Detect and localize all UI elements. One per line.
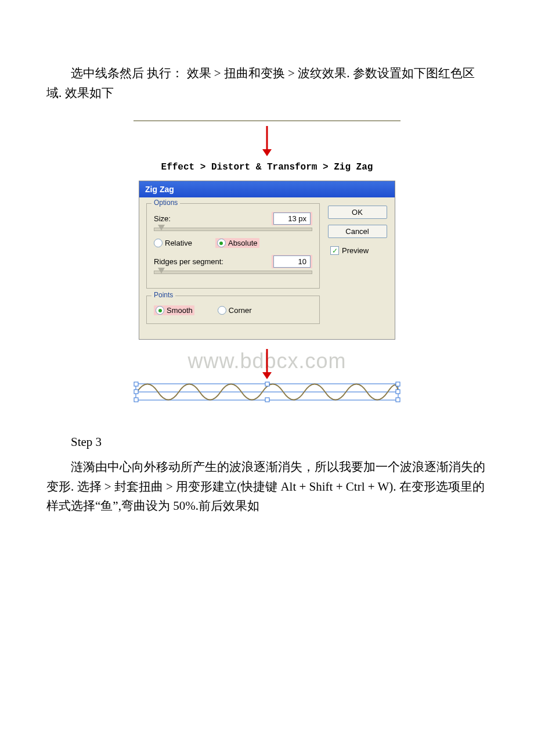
zigzag-dialog: Zig Zag Options Size: 13 px — [139, 181, 395, 340]
intro-paragraph: 选中线条然后 执行： 效果 > 扭曲和变换 > 波纹效果. 参数设置如下图红色区… — [46, 64, 488, 103]
preview-checkbox[interactable]: ✓ — [330, 246, 339, 255]
smooth-radio[interactable] — [156, 306, 164, 315]
svg-rect-12 — [134, 390, 138, 394]
size-input[interactable]: 13 px — [273, 213, 311, 225]
svg-rect-10 — [265, 398, 269, 402]
menu-path-text: Effect > Distort & Transform > Zig Zag — [134, 162, 400, 172]
options-legend: Options — [151, 199, 180, 207]
absolute-radio[interactable] — [217, 239, 226, 247]
relative-label: Relative — [165, 239, 192, 247]
wave-with-handles-icon — [134, 380, 400, 404]
svg-rect-11 — [396, 398, 400, 402]
arrow-down-1 — [134, 125, 400, 157]
dialog-titlebar: Zig Zag — [139, 181, 395, 197]
ridges-input[interactable]: 10 — [273, 255, 311, 268]
svg-rect-9 — [134, 398, 138, 402]
size-slider[interactable] — [154, 228, 312, 231]
svg-rect-7 — [265, 382, 269, 386]
cancel-button[interactable]: Cancel — [328, 225, 387, 238]
size-label: Size: — [154, 214, 171, 223]
relative-radio[interactable] — [154, 239, 163, 247]
svg-rect-8 — [396, 382, 400, 386]
svg-rect-6 — [134, 382, 138, 386]
ridges-slider[interactable] — [154, 271, 312, 274]
tutorial-figure: Effect > Distort & Transform > Zig Zag Z… — [46, 120, 488, 406]
arrow-down-2 — [134, 349, 400, 372]
svg-rect-13 — [396, 390, 400, 394]
ridges-field-highlight: 10 — [272, 255, 312, 268]
ridges-label: Ridges per segment: — [154, 257, 223, 266]
svg-marker-3 — [262, 372, 272, 379]
options-groupbox: Options Size: 13 px — [146, 203, 320, 289]
points-groupbox: Points Smooth Corn — [146, 296, 320, 324]
preview-label: Preview — [342, 246, 369, 255]
corner-label: Corner — [229, 306, 252, 315]
step3-paragraph: 涟漪由中心向外移动所产生的波浪逐渐消失，所以我要加一个波浪逐渐消失的变形. 选择… — [46, 458, 488, 516]
points-legend: Points — [151, 291, 175, 299]
smooth-label: Smooth — [167, 306, 193, 315]
absolute-label: Absolute — [228, 239, 258, 247]
size-slider-thumb[interactable] — [158, 225, 165, 231]
corner-radio[interactable] — [218, 306, 226, 315]
ok-button[interactable]: OK — [328, 206, 387, 219]
size-field-highlight: 13 px — [272, 212, 312, 225]
ridges-slider-thumb[interactable] — [158, 268, 165, 273]
step3-heading: Step 3 — [46, 435, 488, 449]
svg-marker-1 — [262, 149, 272, 156]
arrow-down-icon — [260, 125, 274, 157]
result-wave — [134, 380, 400, 406]
arrow-down-icon — [260, 349, 274, 380]
source-line — [134, 120, 400, 121]
